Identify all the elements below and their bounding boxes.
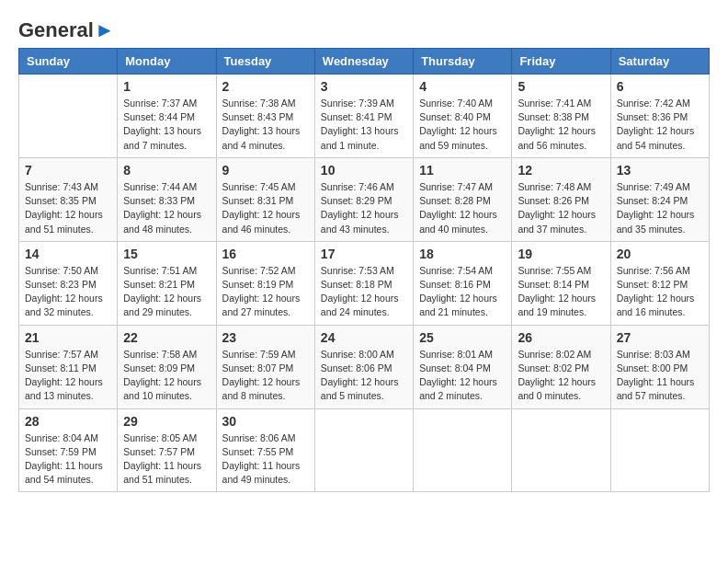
day-number: 29: [123, 414, 210, 429]
day-info: Sunrise: 7:56 AM Sunset: 8:12 PM Dayligh…: [617, 264, 703, 320]
day-info: Sunrise: 7:37 AM Sunset: 8:44 PM Dayligh…: [123, 97, 210, 153]
weekday-sunday: Sunday: [19, 49, 118, 75]
day-number: 11: [419, 163, 506, 178]
calendar-cell: 24Sunrise: 8:00 AM Sunset: 8:06 PM Dayli…: [314, 325, 413, 408]
day-info: Sunrise: 8:01 AM Sunset: 8:04 PM Dayligh…: [419, 348, 506, 404]
day-info: Sunrise: 7:40 AM Sunset: 8:40 PM Dayligh…: [419, 97, 506, 153]
day-number: 20: [617, 247, 703, 261]
calendar-cell: [19, 75, 118, 158]
calendar-cell: 10Sunrise: 7:46 AM Sunset: 8:29 PM Dayli…: [314, 157, 413, 241]
day-info: Sunrise: 7:54 AM Sunset: 8:16 PM Dayligh…: [419, 264, 506, 320]
calendar-cell: 21Sunrise: 7:57 AM Sunset: 8:11 PM Dayli…: [19, 325, 118, 408]
calendar-body: 1Sunrise: 7:37 AM Sunset: 8:44 PM Daylig…: [19, 75, 710, 492]
day-info: Sunrise: 7:48 AM Sunset: 8:26 PM Dayligh…: [518, 180, 604, 236]
calendar-cell: 25Sunrise: 8:01 AM Sunset: 8:04 PM Dayli…: [414, 325, 512, 408]
logo: General►: [18, 18, 115, 39]
day-info: Sunrise: 7:42 AM Sunset: 8:36 PM Dayligh…: [617, 97, 703, 153]
day-number: 4: [419, 79, 506, 94]
calendar-cell: 9Sunrise: 7:45 AM Sunset: 8:31 PM Daylig…: [216, 157, 314, 241]
weekday-friday: Friday: [512, 49, 610, 75]
calendar-cell: [414, 408, 512, 492]
week-row-1: 1Sunrise: 7:37 AM Sunset: 8:44 PM Daylig…: [19, 75, 710, 158]
calendar-cell: 30Sunrise: 8:06 AM Sunset: 7:55 PM Dayli…: [216, 408, 314, 492]
day-info: Sunrise: 7:43 AM Sunset: 8:35 PM Dayligh…: [25, 180, 111, 236]
day-number: 1: [123, 79, 210, 94]
day-info: Sunrise: 8:04 AM Sunset: 7:59 PM Dayligh…: [25, 431, 111, 488]
day-info: Sunrise: 8:06 AM Sunset: 7:55 PM Dayligh…: [222, 431, 309, 488]
day-info: Sunrise: 7:59 AM Sunset: 8:07 PM Dayligh…: [222, 348, 309, 404]
calendar-cell: [610, 408, 709, 492]
calendar-cell: 8Sunrise: 7:44 AM Sunset: 8:33 PM Daylig…: [118, 157, 216, 241]
day-number: 26: [518, 330, 604, 345]
day-info: Sunrise: 7:58 AM Sunset: 8:09 PM Dayligh…: [123, 348, 210, 404]
day-number: 7: [25, 163, 111, 178]
calendar-cell: 23Sunrise: 7:59 AM Sunset: 8:07 PM Dayli…: [216, 325, 314, 408]
weekday-thursday: Thursday: [414, 49, 512, 75]
calendar-cell: 4Sunrise: 7:40 AM Sunset: 8:40 PM Daylig…: [414, 75, 512, 158]
day-number: 28: [25, 414, 111, 429]
day-info: Sunrise: 7:57 AM Sunset: 8:11 PM Dayligh…: [25, 348, 111, 404]
calendar-cell: 29Sunrise: 8:05 AM Sunset: 7:57 PM Dayli…: [118, 408, 216, 492]
calendar-cell: [314, 408, 413, 492]
day-info: Sunrise: 8:02 AM Sunset: 8:02 PM Dayligh…: [518, 348, 604, 404]
calendar-cell: 12Sunrise: 7:48 AM Sunset: 8:26 PM Dayli…: [512, 157, 610, 241]
day-number: 16: [222, 247, 309, 261]
day-number: 2: [222, 79, 309, 94]
calendar-cell: 7Sunrise: 7:43 AM Sunset: 8:35 PM Daylig…: [19, 157, 118, 241]
weekday-wednesday: Wednesday: [314, 49, 413, 75]
week-row-4: 21Sunrise: 7:57 AM Sunset: 8:11 PM Dayli…: [19, 325, 710, 408]
weekday-saturday: Saturday: [610, 49, 709, 75]
weekday-header-row: SundayMondayTuesdayWednesdayThursdayFrid…: [19, 49, 710, 75]
week-row-3: 14Sunrise: 7:50 AM Sunset: 8:23 PM Dayli…: [19, 241, 710, 325]
day-number: 9: [222, 163, 309, 178]
calendar-cell: 15Sunrise: 7:51 AM Sunset: 8:21 PM Dayli…: [118, 241, 216, 325]
calendar-cell: 28Sunrise: 8:04 AM Sunset: 7:59 PM Dayli…: [19, 408, 118, 492]
calendar-cell: 27Sunrise: 8:03 AM Sunset: 8:00 PM Dayli…: [610, 325, 709, 408]
day-info: Sunrise: 7:52 AM Sunset: 8:19 PM Dayligh…: [222, 264, 309, 320]
logo-text: General►: [18, 18, 115, 42]
calendar-cell: 5Sunrise: 7:41 AM Sunset: 8:38 PM Daylig…: [512, 75, 610, 158]
day-number: 22: [123, 330, 210, 345]
calendar-cell: 13Sunrise: 7:49 AM Sunset: 8:24 PM Dayli…: [610, 157, 709, 241]
day-info: Sunrise: 7:38 AM Sunset: 8:43 PM Dayligh…: [222, 97, 309, 153]
weekday-monday: Monday: [118, 49, 216, 75]
day-number: 24: [321, 330, 407, 345]
day-info: Sunrise: 8:00 AM Sunset: 8:06 PM Dayligh…: [321, 348, 407, 404]
day-number: 5: [518, 79, 604, 94]
day-info: Sunrise: 8:05 AM Sunset: 7:57 PM Dayligh…: [123, 431, 210, 488]
day-number: 25: [419, 330, 506, 345]
day-number: 13: [617, 163, 703, 178]
calendar-cell: 11Sunrise: 7:47 AM Sunset: 8:28 PM Dayli…: [414, 157, 512, 241]
calendar-cell: 16Sunrise: 7:52 AM Sunset: 8:19 PM Dayli…: [216, 241, 314, 325]
calendar-cell: 14Sunrise: 7:50 AM Sunset: 8:23 PM Dayli…: [19, 241, 118, 325]
calendar-cell: 20Sunrise: 7:56 AM Sunset: 8:12 PM Dayli…: [610, 241, 709, 325]
page-header: General►: [18, 18, 710, 39]
day-number: 19: [518, 247, 604, 261]
day-number: 14: [25, 247, 111, 261]
calendar-cell: 22Sunrise: 7:58 AM Sunset: 8:09 PM Dayli…: [118, 325, 216, 408]
week-row-2: 7Sunrise: 7:43 AM Sunset: 8:35 PM Daylig…: [19, 157, 710, 241]
day-info: Sunrise: 8:03 AM Sunset: 8:00 PM Dayligh…: [617, 348, 703, 404]
day-info: Sunrise: 7:41 AM Sunset: 8:38 PM Dayligh…: [518, 97, 604, 153]
day-info: Sunrise: 7:49 AM Sunset: 8:24 PM Dayligh…: [617, 180, 703, 236]
day-number: 23: [222, 330, 309, 345]
calendar-cell: 6Sunrise: 7:42 AM Sunset: 8:36 PM Daylig…: [610, 75, 709, 158]
day-number: 12: [518, 163, 604, 178]
day-number: 8: [123, 163, 210, 178]
day-number: 15: [123, 247, 210, 261]
calendar-cell: 26Sunrise: 8:02 AM Sunset: 8:02 PM Dayli…: [512, 325, 610, 408]
calendar-cell: 1Sunrise: 7:37 AM Sunset: 8:44 PM Daylig…: [118, 75, 216, 158]
day-number: 18: [419, 247, 506, 261]
day-info: Sunrise: 7:46 AM Sunset: 8:29 PM Dayligh…: [321, 180, 407, 236]
calendar-cell: 18Sunrise: 7:54 AM Sunset: 8:16 PM Dayli…: [414, 241, 512, 325]
day-info: Sunrise: 7:55 AM Sunset: 8:14 PM Dayligh…: [518, 264, 604, 320]
calendar-table: SundayMondayTuesdayWednesdayThursdayFrid…: [18, 48, 710, 492]
day-number: 6: [617, 79, 703, 94]
week-row-5: 28Sunrise: 8:04 AM Sunset: 7:59 PM Dayli…: [19, 408, 710, 492]
calendar-cell: 17Sunrise: 7:53 AM Sunset: 8:18 PM Dayli…: [314, 241, 413, 325]
day-info: Sunrise: 7:50 AM Sunset: 8:23 PM Dayligh…: [25, 264, 111, 320]
calendar-cell: 2Sunrise: 7:38 AM Sunset: 8:43 PM Daylig…: [216, 75, 314, 158]
day-number: 17: [321, 247, 407, 261]
day-info: Sunrise: 7:45 AM Sunset: 8:31 PM Dayligh…: [222, 180, 309, 236]
calendar-cell: [512, 408, 610, 492]
